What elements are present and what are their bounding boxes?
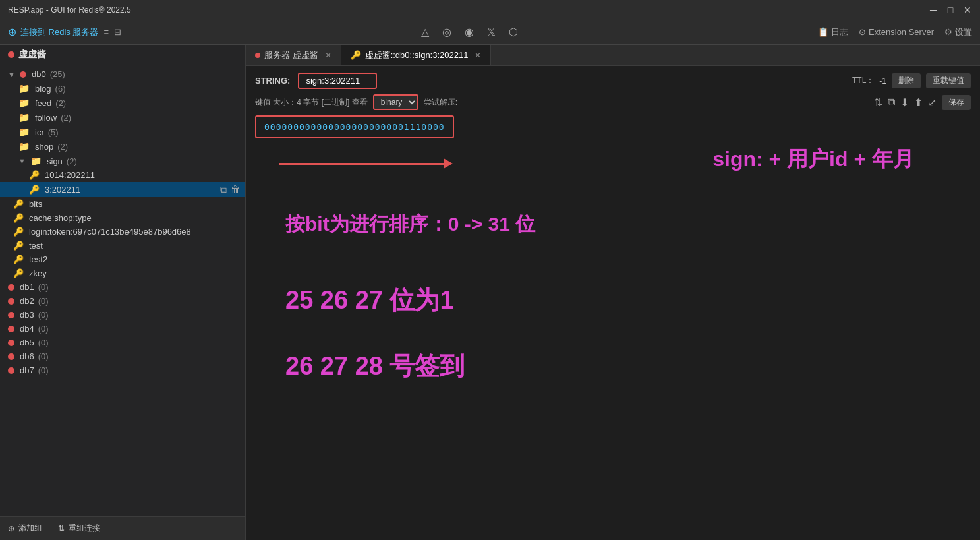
key-icon: 🔑 (29, 185, 40, 195)
add-group-button[interactable]: ⊕ 添加组 (8, 523, 42, 534)
save-button[interactable]: 保存 (942, 95, 971, 110)
sidebar: 虚虚酱 ▼ db0 (25) 📁 blog (6) 📁 feed (2) (0, 45, 246, 540)
tab-key-label: 虚虚酱::db0::sign:3:202211 (365, 49, 469, 61)
menu-button[interactable]: ≡ (103, 27, 109, 37)
reconnect-button[interactable]: ⇅ 重组连接 (58, 523, 100, 534)
sidebar-item-blog[interactable]: 📁 blog (6) (0, 81, 245, 96)
chevron-down-icon: ▼ (18, 157, 28, 165)
sidebar-item-1014[interactable]: 🔑 1014:202211 (0, 168, 245, 182)
layout-icon: ⊟ (114, 27, 121, 37)
sidebar-item-icr[interactable]: 📁 icr (5) (0, 125, 245, 139)
test2-label: test2 (29, 255, 47, 264)
layout-button[interactable]: ⊟ (114, 27, 121, 37)
sidebar-item-db7[interactable]: db7 (0) (0, 363, 245, 377)
shop-label: shop (35, 142, 53, 152)
sidebar-item-db0[interactable]: ▼ db0 (25) (0, 67, 245, 81)
annotation-area: sign: + 用户id + 年月 按bit为进行排序：0 -> 31 位 25… (246, 145, 980, 540)
db3-label: db3 (20, 310, 34, 320)
key-detail-section: STRING: sign:3:202211 TTL： -1 删除 重载键值 键值… (246, 66, 980, 145)
sidebar-item-cache[interactable]: 🔑 cache:shop:type (0, 211, 245, 225)
db4-label: db4 (20, 324, 34, 334)
sidebar-item-feed[interactable]: 📁 feed (2) (0, 96, 245, 110)
delete-button[interactable]: 删除 (892, 73, 921, 88)
upload-icon[interactable]: ⬆ (914, 96, 923, 109)
connect-button[interactable]: ⊕ 连接到 Redis 服务器 (8, 26, 98, 38)
tab-key-detail[interactable]: 🔑 虚虚酱::db0::sign:3:202211 ✕ (341, 45, 492, 65)
server-tab-dot (255, 53, 260, 58)
key-name-display: sign:3:202211 (298, 73, 377, 89)
main-layout: 虚虚酱 ▼ db0 (25) 📁 blog (6) 📁 feed (2) (0, 45, 980, 540)
copy-action-icon[interactable]: ⧉ (888, 96, 895, 108)
sidebar-item-db6[interactable]: db6 (0) (0, 349, 245, 363)
expand-icon[interactable]: ⇅ (874, 96, 882, 109)
db5-status-dot (8, 340, 14, 346)
sidebar-item-shop[interactable]: 📁 shop (2) (0, 139, 245, 154)
tab-bar: 服务器 虚虚酱 ✕ 🔑 虚虚酱::db0::sign:3:202211 ✕ (246, 45, 980, 66)
folder-icon: 📁 (18, 141, 30, 152)
reconnect-icon: ⇅ (58, 524, 65, 533)
bit-sort-label: 按bit为进行排序：0 -> 31 位 (285, 211, 535, 238)
sign-formula-annotation: sign: + 用户id + 年月 (712, 145, 914, 174)
blog-count: (6) (55, 84, 66, 94)
folder-icon: 📁 (18, 98, 30, 108)
folder-icon: 📁 (18, 112, 30, 123)
sidebar-item-db5[interactable]: db5 (0) (0, 336, 245, 349)
key-tab-icon: 🔑 (351, 50, 361, 60)
db3-status-dot (8, 312, 14, 318)
extension-server-button[interactable]: ⊙ Extension Server (859, 27, 934, 37)
sidebar-item-bits[interactable]: 🔑 bits (0, 197, 245, 211)
sidebar-item-test[interactable]: 🔑 test (0, 239, 245, 253)
key-icon: 🔑 (13, 213, 24, 223)
sidebar-item-db3[interactable]: db3 (0) (0, 308, 245, 322)
db0-status-dot (20, 71, 26, 78)
sidebar-item-3-202211[interactable]: 🔑 3:202211 ⧉ 🗑 (0, 182, 245, 197)
key-icon: 🔑 (13, 227, 24, 237)
warning-icon: △ (421, 26, 429, 38)
sidebar-item-zkey[interactable]: 🔑 zkey (0, 266, 245, 280)
sidebar-item-db4[interactable]: db4 (0) (0, 322, 245, 336)
sidebar-item-login-token[interactable]: 🔑 login:token:697c071c13be495e87b96d6e8 (0, 225, 245, 239)
copy-icon[interactable]: ⧉ (220, 184, 227, 195)
folder-icon: 📁 (18, 127, 30, 137)
folder-icon: 📁 (18, 83, 30, 94)
db5-label: db5 (20, 338, 34, 347)
sidebar-item-sign[interactable]: ▼ 📁 sign (2) (0, 154, 245, 168)
signed-dates-label: 26 27 28 号签到 (285, 349, 465, 383)
sign-count: (2) (67, 156, 77, 166)
sidebar-item-db2[interactable]: db2 (0) (0, 294, 245, 308)
fullscreen-icon[interactable]: ⤢ (928, 96, 937, 109)
maximize-button[interactable]: □ (946, 5, 955, 15)
key-view-select[interactable]: binary text hex (373, 94, 418, 110)
follow-count: (2) (61, 113, 71, 123)
icr-label: icr (35, 127, 44, 137)
window-title: RESP.app - GUI for Redis® 2022.5 (8, 5, 131, 15)
delete-icon[interactable]: 🗑 (231, 184, 240, 195)
reconnect-label: 重组连接 (69, 523, 100, 534)
sidebar-item-follow[interactable]: 📁 follow (2) (0, 110, 245, 125)
sidebar-item-test2[interactable]: 🔑 test2 (0, 253, 245, 266)
close-button[interactable]: ✕ (963, 5, 972, 15)
key-1014-label: 1014:202211 (45, 170, 95, 180)
db7-label: db7 (20, 365, 34, 375)
tab-server[interactable]: 服务器 虚虚酱 ✕ (246, 45, 341, 65)
shop-count: (2) (57, 142, 68, 152)
bit-positions-label: 25 26 27 位为1 (285, 284, 454, 317)
tab-server-close[interactable]: ✕ (325, 51, 331, 60)
feed-count: (2) (55, 98, 66, 108)
settings-button[interactable]: ⚙ 设置 (944, 26, 972, 38)
arrow-annotation (279, 158, 453, 169)
log-button[interactable]: 📋 日志 (818, 26, 848, 38)
key-value-bar: 键值 大小：4 字节 [二进制] 查看 binary text hex 尝试解压… (255, 94, 971, 110)
download-icon[interactable]: ⬇ (900, 96, 909, 109)
server-name[interactable]: 虚虚酱 (0, 45, 245, 65)
key-icon: 🔑 (13, 255, 24, 264)
help-icon: ◎ (442, 26, 451, 38)
minimize-button[interactable]: ─ (929, 5, 938, 15)
key-icon: 🔑 (29, 170, 40, 180)
tab-key-close[interactable]: ✕ (475, 51, 481, 60)
log-label: 日志 (831, 26, 848, 38)
sidebar-item-db1[interactable]: db1 (0) (0, 280, 245, 294)
sidebar-footer: ⊕ 添加组 ⇅ 重组连接 (0, 516, 245, 540)
reload-button[interactable]: 重载键值 (926, 73, 971, 88)
arrow-line (279, 163, 444, 165)
